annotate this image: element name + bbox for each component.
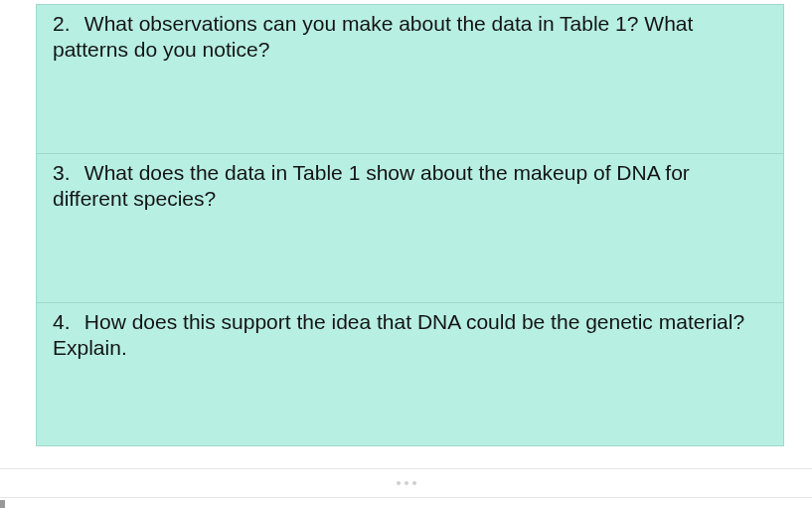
question-block: 3. What does the data in Table 1 show ab… (36, 153, 784, 302)
question-number: 2. (53, 11, 79, 37)
question-block: 4. How does this support the idea that D… (36, 302, 784, 446)
question-text: What does the data in Table 1 show about… (53, 161, 690, 210)
question-text: How does this support the idea that DNA … (53, 310, 744, 359)
footer-bar (0, 468, 812, 498)
question-number: 4. (53, 309, 79, 335)
question-number: 3. (53, 160, 79, 186)
edge-marker (0, 500, 5, 508)
ellipsis-icon[interactable] (397, 481, 416, 485)
question-text: What observations can you make about the… (53, 12, 693, 61)
question-block: 2. What observations can you make about … (36, 4, 784, 153)
worksheet-content: 2. What observations can you make about … (0, 0, 812, 446)
